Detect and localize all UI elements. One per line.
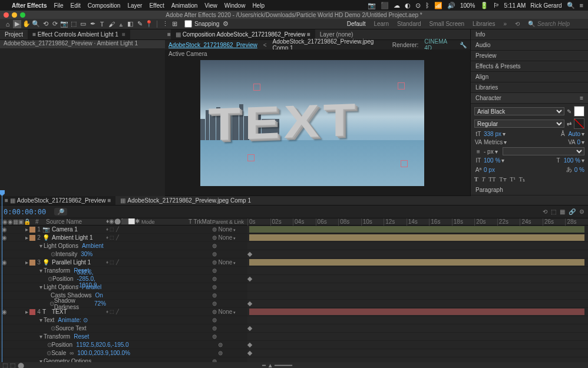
- tl-icon[interactable]: ⬚: [551, 208, 556, 215]
- camera-tool[interactable]: 📷: [60, 20, 68, 28]
- twirl-icon[interactable]: ▸: [24, 234, 29, 241]
- app-name[interactable]: After Effects: [12, 2, 47, 9]
- ruler-tick[interactable]: 18s: [452, 218, 463, 226]
- layer-row[interactable]: ◉ ▸ 1 📷 Camera 1 ♦ ⬚ ╱ ⊚ None: [0, 226, 588, 234]
- property-row[interactable]: ⊙ Position 332.6, -285.0, -1010.9 ⊚: [0, 275, 588, 283]
- orbit-tool[interactable]: ⟲: [41, 20, 49, 28]
- panel-effects-presets[interactable]: Effects & Presets: [471, 61, 588, 72]
- home-icon[interactable]: ⌂: [4, 20, 12, 28]
- ruler-tick[interactable]: 24s: [520, 218, 531, 226]
- kerning-value[interactable]: Metrics: [484, 139, 503, 145]
- keyframe-diamond[interactable]: [247, 301, 252, 306]
- col-source[interactable]: Source Name: [44, 218, 106, 225]
- panel-menu-icon[interactable]: ≡: [5, 197, 8, 204]
- zoom-window[interactable]: [20, 12, 25, 18]
- menu-composition[interactable]: Composition: [88, 2, 121, 9]
- property-row[interactable]: ⊙ Scale ∞ 100.0,203.9,100.0% ⊚: [0, 349, 588, 357]
- breadcrumb[interactable]: AdobeStock_217219862_Preview: [169, 42, 257, 48]
- panel-info[interactable]: Info: [471, 29, 588, 40]
- twirl-icon[interactable]: ▾: [38, 317, 44, 323]
- menu-window[interactable]: Window: [224, 2, 246, 9]
- expression-pickwhip-icon[interactable]: ⊚: [212, 243, 217, 249]
- tab-project[interactable]: Project: [0, 29, 28, 39]
- wifi-icon[interactable]: 📶: [434, 2, 442, 9]
- workspace-libraries[interactable]: Libraries: [473, 21, 495, 27]
- property-row[interactable]: ▾ Text Animate: ⊙ ⊚: [0, 316, 588, 324]
- ruler-tick[interactable]: 22s: [497, 218, 508, 226]
- fill-color-swatch[interactable]: [574, 106, 584, 117]
- stroke-value[interactable]: - px: [484, 148, 494, 155]
- property-name[interactable]: Geometry Options: [44, 358, 91, 362]
- tl-icon[interactable]: ⟲: [543, 208, 547, 215]
- workspace-reset-icon[interactable]: ⟲: [515, 21, 520, 27]
- font-style-select[interactable]: Regular: [474, 120, 564, 128]
- shape-tool[interactable]: ▭: [79, 20, 87, 28]
- expression-pickwhip-icon[interactable]: ⊚: [212, 325, 217, 331]
- battery-icon[interactable]: 🔋: [480, 2, 488, 9]
- status-icon[interactable]: ⬛: [381, 2, 389, 9]
- status-icon[interactable]: 🏳: [493, 2, 500, 9]
- ruler-tick[interactable]: 28s: [565, 218, 576, 226]
- stroke-color-swatch[interactable]: [574, 118, 584, 129]
- search-help-input[interactable]: [537, 21, 584, 27]
- layer-name[interactable]: TEXT: [49, 309, 106, 315]
- allcaps-button[interactable]: TT: [488, 176, 495, 183]
- twirl-icon[interactable]: ▾: [38, 243, 44, 249]
- menu-file[interactable]: File: [54, 2, 63, 9]
- property-row[interactable]: ▾ Light Options Ambient ⊚: [0, 242, 588, 250]
- menu-view[interactable]: View: [204, 2, 217, 9]
- property-value[interactable]: 72%: [91, 300, 106, 307]
- eyedropper-icon[interactable]: ✎: [567, 108, 572, 115]
- ruler-tick[interactable]: 10s: [361, 218, 372, 226]
- label-color[interactable]: [29, 260, 35, 266]
- property-value[interactable]: Animate: ⊙: [54, 317, 87, 323]
- twirl-icon[interactable]: ▾: [38, 358, 44, 362]
- panel-align[interactable]: Align: [471, 72, 588, 82]
- property-name[interactable]: Light Options: [44, 284, 78, 290]
- menu-layer[interactable]: Layer: [127, 2, 142, 9]
- visibility-toggle[interactable]: ◉: [0, 226, 8, 233]
- menu-effect[interactable]: Effect: [149, 2, 164, 9]
- control-center-icon[interactable]: ≡: [580, 2, 583, 9]
- property-row[interactable]: ⊙ Source Text ⊚: [0, 324, 588, 333]
- menu-help[interactable]: Help: [252, 2, 265, 9]
- panel-preview[interactable]: Preview: [471, 51, 588, 61]
- expression-pickwhip-icon[interactable]: ⊚: [212, 317, 217, 323]
- expression-pickwhip-icon[interactable]: ⊚: [212, 358, 217, 362]
- twirl-icon[interactable]: ▸: [24, 226, 29, 233]
- tl-icon[interactable]: 🔗: [569, 208, 576, 215]
- property-name[interactable]: Text: [44, 317, 54, 323]
- panel-audio[interactable]: Audio: [471, 40, 588, 51]
- panel-opts-icon[interactable]: ≡: [108, 197, 111, 204]
- col-trkmat[interactable]: T TrkMat: [189, 218, 212, 225]
- menu-edit[interactable]: Edit: [71, 2, 81, 9]
- property-value[interactable]: Ambient: [78, 243, 104, 249]
- property-row[interactable]: ⊙ Position 1192.5,820.6,-195.0 ⊚: [0, 341, 588, 349]
- property-row[interactable]: ⊙ Shadow Darkness 72% ⊚: [0, 300, 588, 308]
- hand-tool[interactable]: ✋: [22, 20, 31, 28]
- property-value[interactable]: 30%: [77, 251, 93, 257]
- parent-dropdown[interactable]: None: [219, 309, 236, 315]
- align-icon[interactable]: ⊞: [170, 20, 179, 28]
- workspace-default[interactable]: Default: [347, 21, 366, 27]
- keyframe-stopwatch[interactable]: ⊙: [51, 251, 55, 257]
- layer-row[interactable]: ◉ ▸ 2 💡 Ambient Light 1 ♦ ⬚ ╱ ⊚ None: [0, 234, 588, 242]
- visibility-toggle[interactable]: ◉: [0, 234, 8, 241]
- layer-duration-bar[interactable]: [249, 259, 584, 266]
- tl-icon[interactable]: ▦: [560, 208, 565, 215]
- puppet-tool[interactable]: 📍: [145, 20, 153, 28]
- visibility-toggle[interactable]: ◉: [0, 259, 8, 266]
- toggle-switches-icon[interactable]: ⬚: [2, 362, 8, 369]
- swap-icon[interactable]: ⇄: [567, 121, 572, 127]
- workspace-more-icon[interactable]: »: [503, 21, 507, 27]
- layer-row[interactable]: ◉ ▸ 3 💡 Parallel Light 1 ♦ ⬚ ╱ ⊚ None: [0, 258, 588, 267]
- visibility-toggle[interactable]: ◉: [0, 309, 8, 315]
- layer-name[interactable]: Camera 1: [49, 226, 106, 233]
- rotation-tool[interactable]: ⟳: [51, 20, 59, 28]
- expression-pickwhip-icon[interactable]: ⊚: [212, 292, 217, 299]
- text-layer-3d[interactable]: TEXT: [208, 93, 359, 152]
- workspace-learn[interactable]: Learn: [374, 21, 389, 27]
- align-icon[interactable]: ⋮: [161, 20, 169, 28]
- eraser-tool[interactable]: ◧: [126, 20, 134, 28]
- font-family-select[interactable]: Arial Black: [474, 107, 564, 115]
